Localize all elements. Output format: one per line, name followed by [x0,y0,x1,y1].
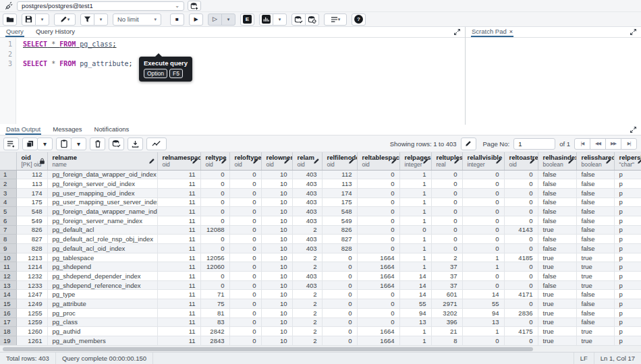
cell-relhasindex[interactable]: false [538,244,576,253]
table-row[interactable]: 7826pg_default_acl1112088010282600004143… [0,225,641,235]
cell-relfilenode[interactable]: 0 [322,280,357,290]
cell-reltype[interactable]: 0 [200,272,229,281]
table-row[interactable]: 111214pg_shdepend111206001020166413710tr… [0,262,641,272]
cell-reltoastrelid[interactable]: 0 [504,317,538,327]
cell-relfilenode[interactable]: 0 [322,317,357,327]
row-number-cell[interactable]: 3 [0,188,16,198]
cell-relpages[interactable]: 1 [399,235,431,244]
cell-relnamespace[interactable]: 11 [157,336,200,345]
cell-reltype[interactable]: 0 [200,244,229,253]
cell-relnamespace[interactable]: 11 [157,253,200,262]
cell-reloftype[interactable]: 0 [229,308,261,317]
cell-relpersistence[interactable]: p [614,327,641,336]
cell-reltype[interactable]: 2842 [200,327,229,336]
cell-relam[interactable]: 403 [292,207,322,216]
cell-reltoastrelid[interactable]: 4175 [504,327,538,336]
cell-relpages[interactable]: 1 [399,216,431,225]
cell-reloftype[interactable]: 0 [229,272,261,281]
cell-relhasindex[interactable]: false [538,272,576,281]
cell-relpages[interactable]: 13 [399,317,431,327]
cell-relfilenode[interactable]: 549 [322,216,357,225]
cell-relhasindex[interactable]: false [538,235,576,244]
column-header-relowner[interactable]: relowneroid [261,152,292,170]
table-row[interactable]: 9828pg_default_acl_oid_index110010403828… [0,244,641,253]
cell-relowner[interactable]: 10 [261,272,292,281]
cell-relisshared[interactable]: false [576,308,614,317]
cell-oid[interactable]: 1214 [16,262,47,272]
cell-reltype[interactable]: 83 [200,317,229,327]
cell-relam[interactable]: 403 [292,244,322,253]
cell-relam[interactable]: 2 [292,336,322,345]
cell-reltablespace[interactable]: 0 [357,290,399,299]
cell-relallvisible[interactable]: 0 [462,198,504,207]
cell-relowner[interactable]: 10 [261,235,292,244]
cell-reltoastrelid[interactable]: 0 [504,179,538,189]
cell-reloftype[interactable]: 0 [229,336,261,345]
cell-relowner[interactable]: 10 [261,336,292,345]
cell-relpages[interactable]: 14 [399,280,431,290]
cell-reltoastrelid[interactable]: 0 [504,244,538,253]
row-number-cell[interactable]: 1 [0,170,16,179]
cell-relpersistence[interactable]: p [614,235,641,244]
cell-relpages[interactable]: 1 [399,253,431,262]
cell-reltuples[interactable]: 0 [431,216,462,225]
open-file-button[interactable] [3,13,17,26]
connection-select[interactable]: postgres/postgres@test1 ⌄ [17,1,184,11]
cell-relam[interactable]: 403 [292,179,322,189]
cell-relam[interactable]: 403 [292,188,322,198]
cell-oid[interactable]: 1213 [16,253,47,262]
page-number-input[interactable] [513,138,555,150]
cell-relnamespace[interactable]: 11 [157,188,200,198]
cell-relnamespace[interactable]: 11 [157,308,200,317]
cell-reltuples[interactable]: 37 [431,272,462,281]
cell-relname[interactable]: pg_default_acl [47,225,157,235]
cell-relallvisible[interactable]: 14 [462,290,504,299]
cell-reltablespace[interactable]: 0 [357,225,399,235]
cell-relnamespace[interactable]: 11 [157,225,200,235]
pencil-icon[interactable] [567,158,574,164]
column-header-relhasindex[interactable]: relhasindexboolean [538,152,576,170]
row-limit-select[interactable]: No limit ▾ [113,13,161,26]
pencil-icon[interactable] [192,158,198,164]
cell-reltype[interactable]: 0 [200,198,229,207]
scratch-pad-body[interactable] [466,38,641,125]
pencil-icon[interactable] [391,158,397,164]
cell-relowner[interactable]: 10 [261,299,292,309]
cell-relowner[interactable]: 10 [261,327,292,336]
cell-relhasindex[interactable]: false [538,207,576,216]
cell-relfilenode[interactable]: 0 [322,253,357,262]
cell-relisshared[interactable]: false [576,216,614,225]
cell-relisshared[interactable]: false [576,179,614,189]
table-row[interactable]: 3174pg_user_mapping_oid_index11001040317… [0,188,641,198]
cell-relpersistence[interactable]: p [614,253,641,262]
cell-relname[interactable]: pg_shdepend_depender_index [47,272,157,281]
cell-relnamespace[interactable]: 11 [157,272,200,281]
cell-relam[interactable]: 403 [292,235,322,244]
cell-reltablespace[interactable]: 1664 [357,327,399,336]
cell-relallvisible[interactable]: 0 [462,207,504,216]
row-number-cell[interactable]: 16 [0,308,16,317]
cell-reloftype[interactable]: 0 [229,280,261,290]
cell-relallvisible[interactable]: 0 [462,216,504,225]
pencil-icon[interactable] [453,158,460,164]
cell-reltoastrelid[interactable]: 4171 [504,290,538,299]
column-header-reltablespace[interactable]: reltablespaceoid [357,152,399,170]
column-header-relname[interactable]: relnamename [47,152,157,170]
cell-reltuples[interactable]: 8 [431,336,462,345]
cell-reloftype[interactable]: 0 [229,225,261,235]
pencil-icon[interactable] [605,158,612,164]
execute-options-dropdown-button[interactable]: ▾ [221,13,235,26]
column-header-relam[interactable]: relamoid [292,152,322,170]
cell-reltoastrelid[interactable]: 0 [504,207,538,216]
explain-button[interactable]: E [240,13,254,26]
cell-reltablespace[interactable]: 1664 [357,272,399,281]
cell-relname[interactable]: pg_user_mapping_oid_index [47,188,157,198]
cell-reltype[interactable]: 12056 [200,253,229,262]
cell-relname[interactable]: pg_foreign_server_name_index [47,216,157,225]
cell-reltablespace[interactable]: 0 [357,308,399,317]
cell-relname[interactable]: pg_foreign_server_oid_index [47,179,157,189]
cell-relpages[interactable]: 1 [399,262,431,272]
last-page-button[interactable]: ▶| [621,138,637,150]
paste-button[interactable] [56,138,72,150]
table-row[interactable]: 181260pg_authid11284201020166412114175tr… [0,327,641,336]
